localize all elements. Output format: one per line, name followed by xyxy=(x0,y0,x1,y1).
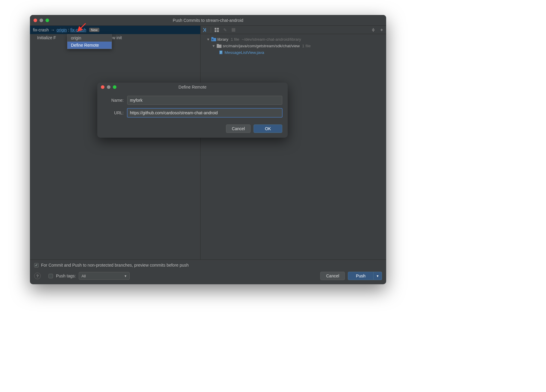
tree-package-row[interactable]: ▾ src/main/java/com/getstream/sdk/chat/v… xyxy=(202,42,385,49)
module-label: library xyxy=(217,37,228,42)
file-tree[interactable]: ▾ library 1 file ~/dev/stream-chat-andro… xyxy=(201,34,386,57)
package-file-count: 1 file xyxy=(302,44,311,48)
remote-name-input[interactable] xyxy=(127,96,282,105)
module-icon xyxy=(211,37,216,42)
commit-msg-left: Initialize F xyxy=(37,35,56,40)
cancel-button[interactable]: Cancel xyxy=(320,272,345,280)
remote-link[interactable]: origin xyxy=(57,28,67,32)
file-name[interactable]: MessageListView.java xyxy=(225,50,264,55)
local-branch-label: fix-crash xyxy=(33,28,49,32)
modal-titlebar[interactable]: Define Remote xyxy=(97,83,288,92)
files-pane: ✎ ▾ xyxy=(201,26,386,259)
url-row: URL: xyxy=(103,108,282,117)
minimize-icon[interactable] xyxy=(40,19,43,22)
svg-rect-14 xyxy=(220,53,221,54)
modal-footer: Cancel OK xyxy=(97,123,288,138)
files-toolbar: ✎ xyxy=(201,26,386,34)
window-title: Push Commits to stream-chat-android xyxy=(30,18,386,23)
name-label: Name: xyxy=(103,98,124,103)
preview-label: For Commit and Push to non-protected bra… xyxy=(41,263,189,268)
arrow-icon: → xyxy=(51,28,55,32)
modal-window-controls xyxy=(101,85,116,89)
preview-checkbox[interactable] xyxy=(34,263,39,268)
branch-row[interactable]: fix-crash → origin : fix-crash New xyxy=(30,26,200,34)
define-remote-dialog: Define Remote Name: URL: Cancel OK xyxy=(97,83,288,138)
tree-file-row[interactable]: MessageListView.java xyxy=(202,49,385,56)
save-icon[interactable] xyxy=(231,27,236,33)
maximize-icon[interactable] xyxy=(113,85,116,89)
modal-title: Define Remote xyxy=(97,85,288,89)
svg-rect-13 xyxy=(220,52,222,53)
main-titlebar[interactable]: Push Commits to stream-chat-android xyxy=(30,15,386,26)
push-dropdown-button[interactable]: ▼ xyxy=(374,272,382,280)
close-icon[interactable] xyxy=(101,85,104,89)
svg-rect-1 xyxy=(215,28,216,30)
svg-rect-8 xyxy=(212,39,213,40)
close-icon[interactable] xyxy=(34,19,37,22)
help-button[interactable]: ? xyxy=(34,273,41,279)
url-label: URL: xyxy=(103,110,124,115)
remote-branch-link[interactable]: fix-crash xyxy=(70,28,86,32)
collapse-all-icon[interactable] xyxy=(379,27,384,33)
svg-rect-4 xyxy=(217,30,219,32)
group-icon[interactable] xyxy=(214,27,219,33)
push-tags-label: Push tags: xyxy=(56,274,76,278)
dropdown-item-define-remote[interactable]: Define Remote xyxy=(67,42,112,49)
tree-module-row[interactable]: ▾ library 1 file ~/dev/stream-chat-andro… xyxy=(202,36,385,42)
svg-rect-3 xyxy=(215,30,216,32)
folder-icon xyxy=(217,43,222,48)
package-label: src/main/java/com/getstream/sdk/chat/vie… xyxy=(223,44,300,48)
chevron-down-icon[interactable]: ▾ xyxy=(213,43,216,48)
diff-icon[interactable] xyxy=(202,27,208,33)
svg-rect-5 xyxy=(232,28,235,32)
modal-cancel-button[interactable]: Cancel xyxy=(226,124,251,133)
push-button[interactable]: Push xyxy=(348,272,374,280)
push-commits-window: Push Commits to stream-chat-android fix-… xyxy=(30,15,386,284)
svg-rect-9 xyxy=(217,45,222,48)
chevron-down-icon: ▼ xyxy=(124,274,127,278)
remote-url-input[interactable] xyxy=(127,108,282,117)
new-badge: New xyxy=(89,28,99,32)
chevron-down-icon: ▼ xyxy=(376,274,379,278)
colon: : xyxy=(68,28,69,32)
push-tags-select[interactable]: All ▼ xyxy=(79,272,130,280)
modal-ok-button[interactable]: OK xyxy=(254,124,282,133)
maximize-icon[interactable] xyxy=(46,19,49,22)
svg-rect-7 xyxy=(211,37,213,38)
dropdown-item-origin[interactable]: origin xyxy=(67,34,112,42)
edit-icon[interactable]: ✎ xyxy=(222,27,228,33)
expand-all-icon[interactable] xyxy=(371,27,376,33)
commit-message: Initialize F XXXXXXXXXXXXXX eListView in… xyxy=(30,34,200,40)
footer-buttons: ? Push tags: All ▼ Cancel Push ▼ xyxy=(34,272,382,280)
window-controls xyxy=(34,19,49,22)
svg-rect-12 xyxy=(220,51,222,52)
split-pane: fix-crash → origin : fix-crash New Initi… xyxy=(30,26,386,259)
content: fix-crash → origin : fix-crash New Initi… xyxy=(30,26,386,284)
java-file-icon xyxy=(219,50,223,55)
module-file-count: 1 file xyxy=(231,37,239,42)
module-path: ~/dev/stream-chat-android/library xyxy=(242,37,301,42)
modal-body: Name: URL: xyxy=(97,92,288,123)
minimize-icon[interactable] xyxy=(107,85,110,89)
preview-checkbox-row[interactable]: For Commit and Push to non-protected bra… xyxy=(34,263,382,268)
svg-rect-10 xyxy=(217,44,219,45)
chevron-down-icon[interactable]: ▾ xyxy=(207,37,211,42)
push-tags-value: All xyxy=(81,274,86,278)
footer: For Commit and Push to non-protected bra… xyxy=(30,259,386,284)
commits-pane: fix-crash → origin : fix-crash New Initi… xyxy=(30,26,201,259)
push-tags-checkbox[interactable] xyxy=(48,274,53,278)
remote-dropdown[interactable]: origin Define Remote xyxy=(67,34,112,49)
toolbar-separator xyxy=(211,27,211,33)
svg-rect-2 xyxy=(217,28,219,30)
name-row: Name: xyxy=(103,96,282,105)
